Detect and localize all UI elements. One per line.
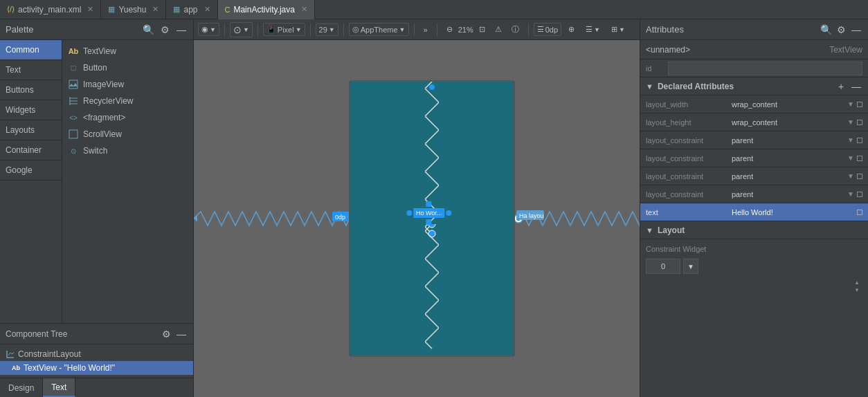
toolbar-sep-6 (437, 24, 437, 36)
attr-component-type: TextView (829, 45, 862, 55)
zoom-fit-btn[interactable]: ⊡ (475, 24, 489, 35)
category-layouts[interactable]: Layouts (0, 120, 62, 140)
category-google[interactable]: Google (0, 160, 62, 181)
textview-label: Ho Wor... (413, 208, 444, 218)
declared-attrs-title: Declared Attributes (658, 82, 832, 91)
attr-dropdown-constraint-1[interactable]: ▼ (847, 136, 854, 144)
tab-mainactivity-java[interactable]: C MainActivity.java ✕ (218, 0, 315, 19)
zoom-out-icon: ⊖ (446, 25, 453, 34)
category-common[interactable]: Common (0, 40, 62, 60)
attr-search-icon[interactable]: 🔍 (820, 24, 832, 36)
handle-right[interactable] (446, 210, 451, 216)
guidelines-arrow: ▼ (619, 26, 625, 33)
guidelines-btn[interactable]: ⊞ ▼ (607, 24, 629, 35)
scroll-arrow-down[interactable]: ▼ (854, 287, 860, 293)
attr-settings-icon[interactable]: ⚙ (835, 24, 847, 36)
attr-close-icon[interactable]: — (850, 24, 862, 36)
zoom-info-btn[interactable]: ⓘ (507, 23, 523, 36)
button-icon: □ (68, 62, 79, 73)
toolbar-sep-1 (224, 24, 225, 36)
attr-row-layout-height: layout_height wrap_content ▼ (640, 113, 868, 131)
device-label: Pixel (278, 26, 294, 34)
fragment-icon: <> (68, 112, 79, 123)
toolbar-group-zoom: ⊖ 21% ⊡ ⚠ ⓘ (442, 23, 523, 36)
svg-point-13 (429, 84, 435, 90)
margin-icon: ☰ (537, 25, 544, 34)
attr-value-constraint-1: parent (732, 136, 844, 145)
attr-value-constraint-2: parent (732, 154, 844, 163)
component-tree-title: Component Tree (6, 329, 157, 339)
component-tree-settings-icon[interactable]: ⚙ (160, 328, 172, 340)
category-buttons[interactable]: Buttons (0, 80, 62, 100)
attr-dropdown-constraint-2[interactable]: ▼ (847, 154, 854, 162)
align-btn[interactable]: ☰ ▼ (581, 24, 604, 35)
handle-top[interactable] (426, 201, 432, 207)
palette-content: Common Text Buttons Widgets Layouts Cont… (0, 40, 193, 323)
tree-item-constraint-layout[interactable]: ConstraintLayout (0, 347, 193, 361)
design-tab[interactable]: Design (0, 378, 43, 397)
device-dropdown[interactable]: 📱 Pixel ▼ (263, 23, 305, 36)
component-tree-header: Component Tree ⚙ — (0, 324, 193, 344)
theme-dropdown[interactable]: ◎ AppTheme ▼ (349, 23, 409, 36)
attr-handle-constraint-3 (857, 174, 862, 179)
constraint-value-input[interactable] (646, 259, 680, 274)
zoom-out-btn[interactable]: ⊖ (442, 24, 457, 35)
tab-app[interactable]: ▦ app ✕ (166, 0, 217, 19)
component-switch[interactable]: ⊙ Switch (62, 142, 193, 159)
toolbar-sep-5 (414, 24, 415, 36)
attr-name-constraint-1: layout_constraint (646, 136, 729, 145)
tree-content: ConstraintLayout Ab TextView - "Hello Wo… (0, 344, 193, 378)
attr-component-row: <unnamed> TextView (640, 40, 868, 59)
attr-title: Attributes (646, 24, 817, 35)
attr-id-input[interactable] (668, 62, 862, 75)
category-containers[interactable]: Container (0, 140, 62, 160)
add-attr-icon[interactable]: + (835, 80, 847, 93)
constraints-btn[interactable]: ⊕ (564, 24, 579, 35)
zoom-warning-btn[interactable]: ⚠ (491, 24, 506, 35)
handle-bottom[interactable] (426, 219, 432, 225)
layout-dropdown[interactable]: ⊙ ▼ (230, 22, 253, 37)
component-scrollview[interactable]: ScrollView (62, 126, 193, 142)
scroll-arrow-up[interactable]: ▲ (854, 279, 860, 286)
scroll-indicator: ▲ ▼ (851, 277, 862, 296)
declared-attrs-header[interactable]: ▼ Declared Attributes + — (640, 77, 868, 95)
textview-tree-icon: Ab (11, 363, 21, 373)
tab-activity-main-xml[interactable]: ⟨/⟩ activity_main.xml ✕ (0, 0, 101, 19)
component-imageview[interactable]: ImageView (62, 76, 193, 93)
locale-btn[interactable]: » (419, 24, 432, 35)
palette-close-icon[interactable]: — (175, 24, 188, 36)
constraint-dropdown-btn[interactable]: ▼ (683, 259, 698, 274)
design-mode-arrow: ▼ (210, 26, 216, 33)
layout-section-header[interactable]: ▼ Layout (640, 221, 868, 239)
info-icon: ⓘ (512, 24, 519, 35)
margin-dropdown[interactable]: ☰ 0dp (534, 23, 561, 36)
textview-on-canvas[interactable]: Ho Wor... (406, 201, 451, 225)
palette-search-icon[interactable]: 🔍 (142, 24, 154, 36)
category-text[interactable]: Text (0, 60, 62, 80)
component-textview[interactable]: Ab TextView (62, 43, 193, 59)
attr-dropdown-constraint-4[interactable]: ▼ (847, 190, 854, 198)
category-widgets[interactable]: Widgets (0, 100, 62, 120)
text-tab[interactable]: Text (43, 378, 75, 397)
attr-value-layout-width: wrap_content (732, 100, 844, 109)
component-button[interactable]: □ Button (62, 59, 193, 76)
attr-name-layout-width: layout_width (646, 100, 729, 109)
attr-name-constraint-3: layout_constraint (646, 172, 729, 181)
imageview-icon (68, 79, 79, 90)
theme-icon: ◎ (352, 25, 359, 34)
svg-rect-5 (69, 130, 78, 138)
component-fragment[interactable]: <> <fragment> (62, 109, 193, 126)
attr-dropdown-constraint-3[interactable]: ▼ (847, 172, 854, 180)
attr-dropdown-layout-height[interactable]: ▼ (847, 118, 854, 126)
palette-settings-icon[interactable]: ⚙ (159, 24, 171, 36)
component-recyclerview[interactable]: RecyclerView (62, 93, 193, 109)
api-dropdown[interactable]: 29 ▼ (316, 24, 338, 36)
handle-left[interactable] (406, 210, 412, 216)
component-tree-close-icon[interactable]: — (175, 328, 188, 340)
design-mode-dropdown[interactable]: ◉ ▼ (198, 23, 219, 36)
attr-dropdown-layout-width[interactable]: ▼ (847, 100, 854, 108)
tab-yueshu[interactable]: ▦ Yueshu ✕ (101, 0, 166, 19)
remove-attr-icon[interactable]: — (850, 80, 862, 93)
tree-item-textview[interactable]: Ab TextView - "Hello World!" (0, 361, 193, 375)
layout-arrow: ▼ (243, 26, 249, 33)
